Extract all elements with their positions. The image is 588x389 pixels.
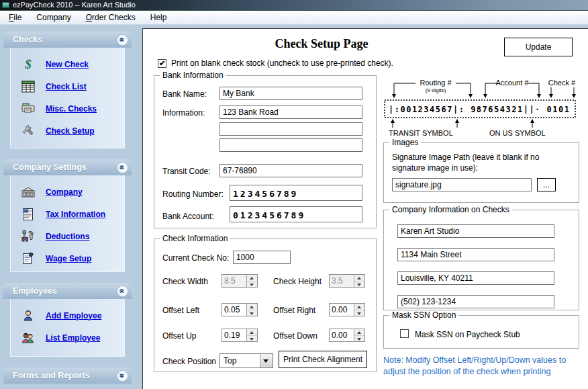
stepper-down-button[interactable] xyxy=(354,336,364,342)
app-icon xyxy=(2,2,9,8)
transit-code-input[interactable] xyxy=(219,164,362,177)
sidebar-section-checks: Checks « $ New Check Check List xyxy=(3,32,132,148)
account-callout-label: Account # xyxy=(496,79,530,87)
sidebar-item-check-list[interactable]: Check List xyxy=(11,75,124,97)
check-position-select[interactable]: Top xyxy=(219,353,273,368)
title-bar: ezPayCheck 2010 -- Karen Art Studio xyxy=(0,0,588,10)
sidebar-section-company-settings: Company Settings « Company Tax Informati… xyxy=(3,159,132,272)
company-city-input[interactable] xyxy=(397,271,554,285)
print-check-alignment-button[interactable]: Print Check Alignment xyxy=(279,351,367,368)
sidebar-link-label[interactable]: Tax Information xyxy=(46,210,105,219)
browse-button[interactable]: ... xyxy=(537,178,556,191)
expand-chevron-icon[interactable]: » xyxy=(117,370,128,382)
sidebar-item-misc-checks[interactable]: Misc. Checks xyxy=(11,97,124,120)
sidebar-item-add-employee[interactable]: Add Employee xyxy=(11,304,124,327)
section-header-company-settings[interactable]: Company Settings « xyxy=(3,159,132,175)
stepper-up-button[interactable] xyxy=(247,329,257,336)
sidebar-item-list-employee[interactable]: List Employee xyxy=(11,327,124,349)
misc-checks-icon xyxy=(19,103,38,115)
stepper-down-button[interactable] xyxy=(354,310,364,316)
chevron-down-icon[interactable] xyxy=(260,354,273,368)
sidebar-link-label[interactable]: New Check xyxy=(46,60,89,69)
stepper-up-button[interactable] xyxy=(354,304,364,310)
sidebar-item-wage-setup[interactable]: Wage Setup xyxy=(11,247,124,269)
stepper-down-button xyxy=(354,282,364,288)
collapse-chevron-icon[interactable]: « xyxy=(117,162,128,173)
update-button[interactable]: Update xyxy=(504,38,573,56)
bank-information-input-3[interactable] xyxy=(219,138,362,152)
sidebar-link-label[interactable]: Deductions xyxy=(46,232,89,241)
people-icon xyxy=(19,332,38,344)
transit-symbol-label: TRANSIT SYMBOL xyxy=(389,129,453,137)
sidebar-link-label[interactable]: Check List xyxy=(46,82,87,91)
menu-file[interactable]: File xyxy=(1,11,29,24)
menu-order-checks[interactable]: Order Checks xyxy=(79,11,143,24)
sidebar-link-label[interactable]: Add Employee xyxy=(46,311,101,320)
offset-right-stepper[interactable]: 0.00 xyxy=(329,303,365,316)
bank-information-input-2[interactable] xyxy=(219,122,362,136)
check-callout-label: Check # xyxy=(548,79,576,87)
sidebar-section-forms-and-reports: Forms and Reports » xyxy=(3,368,132,384)
routing-digits-note: (9 digits) xyxy=(426,87,446,93)
company-street-input[interactable] xyxy=(397,248,554,261)
bank-information-input-1[interactable] xyxy=(219,105,362,119)
check-position-label: Check Position xyxy=(162,357,216,366)
routing-number-input[interactable] xyxy=(230,185,362,201)
sidebar-item-new-check[interactable]: $ New Check xyxy=(11,53,124,75)
stepper-down-button[interactable] xyxy=(247,336,257,342)
bank-account-label: Bank Account: xyxy=(162,212,214,221)
collapse-chevron-icon[interactable]: « xyxy=(117,286,128,297)
sidebar-item-tax-information[interactable]: Tax Information xyxy=(11,203,124,225)
wrench-icon xyxy=(19,125,38,137)
offset-left-stepper[interactable]: 0.05 xyxy=(222,303,258,316)
bank-name-input[interactable] xyxy=(219,87,362,100)
mask-ssn-group: Mask SSN Option Mask SSN on Paycheck Stu… xyxy=(383,315,579,349)
window-title: ezPayCheck 2010 -- Karen Art Studio xyxy=(13,0,136,10)
group-legend: Check Information xyxy=(160,234,230,243)
print-blank-stock-label: Print on blank check stock (uncheck to u… xyxy=(171,58,393,68)
collapse-chevron-icon[interactable]: « xyxy=(117,34,128,46)
mask-ssn-checkbox[interactable] xyxy=(400,329,409,338)
current-check-no-input[interactable] xyxy=(233,251,291,264)
signature-path-input[interactable] xyxy=(392,178,532,191)
menu-company[interactable]: Company xyxy=(29,11,78,24)
sidebar-link-label[interactable]: Company xyxy=(46,187,83,197)
offset-left-label: Offset Left xyxy=(162,306,199,315)
check-list-icon xyxy=(19,81,38,93)
section-header-forms-and-reports[interactable]: Forms and Reports » xyxy=(3,368,132,384)
micr-sample-diagram: Routing # (9 digits) Account # Check # |… xyxy=(383,73,579,138)
stepper-up-button[interactable] xyxy=(354,329,364,336)
routing-number-label: Routing Number: xyxy=(162,189,224,199)
menu-bar: File Company Order Checks Help xyxy=(0,10,588,25)
group-legend: Company Information on Checks xyxy=(389,205,512,214)
sidebar-link-label[interactable]: Check Setup xyxy=(46,126,95,136)
company-name-input[interactable] xyxy=(397,224,554,238)
bank-account-input[interactable] xyxy=(230,206,362,222)
stepper-up-button[interactable] xyxy=(247,304,257,310)
bank-information-group: Bank Information Bank Name: Information:… xyxy=(154,75,377,228)
sidebar-item-check-setup[interactable]: Check Setup xyxy=(11,120,124,142)
routing-callout-label: Routing # xyxy=(420,79,452,87)
stepper-up-button xyxy=(354,275,364,282)
stepper-down-button[interactable] xyxy=(247,310,257,316)
sidebar-link-label[interactable]: Wage Setup xyxy=(46,254,91,263)
company-phone-input[interactable] xyxy=(397,295,554,308)
offset-up-stepper[interactable]: 0.19 xyxy=(222,329,258,342)
page-title: Check Setup Page xyxy=(143,37,500,51)
sidebar-item-deductions[interactable]: Deductions xyxy=(11,225,124,247)
mask-ssn-label: Mask SSN on Paycheck Stub xyxy=(415,330,520,339)
section-header-checks[interactable]: Checks « xyxy=(3,32,132,48)
sidebar-section-employees: Employees « Add Employee List Employee xyxy=(3,283,132,357)
section-header-employees[interactable]: Employees « xyxy=(3,283,132,299)
bank-information-label: Information: xyxy=(162,108,205,118)
current-check-no-label: Current Check No: xyxy=(162,253,229,263)
sidebar-item-company[interactable]: Company xyxy=(11,181,124,203)
sidebar-link-label[interactable]: List Employee xyxy=(46,333,100,343)
images-group: Images Signature Image Path (leave it bl… xyxy=(383,142,579,203)
offset-down-stepper[interactable]: 0.00 xyxy=(329,329,365,342)
print-blank-stock-checkbox[interactable]: ✔ xyxy=(158,59,166,68)
building-icon xyxy=(19,186,38,198)
offset-right-label: Offset Right xyxy=(273,306,315,315)
sidebar-link-label[interactable]: Misc. Checks xyxy=(46,104,97,114)
menu-help[interactable]: Help xyxy=(143,11,175,24)
